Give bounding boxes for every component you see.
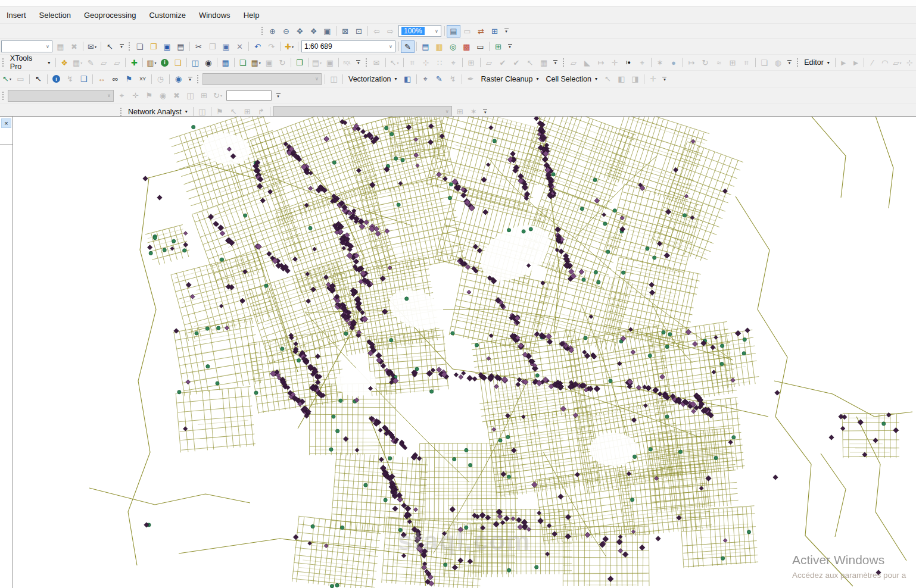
cell-selection-menu[interactable]: Cell Selection▾ (542, 74, 600, 85)
toolbar-grip[interactable] (2, 58, 4, 67)
zoom-100-percent-button[interactable]: ▣ (320, 25, 334, 37)
redo-button[interactable]: ↷ (264, 40, 278, 53)
toolbar-overflow[interactable]: ▾ (506, 40, 513, 52)
menu-insert[interactable]: Insert (0, 8, 33, 22)
create-polygon-button[interactable]: ▱▾ (891, 57, 903, 69)
image-window-button[interactable]: ◫ (327, 73, 341, 85)
measure-button[interactable]: ↔ (95, 73, 108, 85)
xt-reshape-button[interactable]: ▱ (97, 57, 110, 69)
rotate-tool-dropdown[interactable]: ▾ (220, 93, 222, 98)
map-canvas[interactable] (13, 117, 916, 588)
ae-union-button[interactable]: ❏ (758, 57, 771, 69)
ae-rotate-button[interactable]: ↻ (699, 57, 712, 69)
toolbar-grip[interactable] (2, 91, 4, 101)
data-driven-pages-button[interactable]: ⊞ (488, 25, 501, 37)
open-document-button[interactable]: ❐ (147, 40, 160, 53)
toolbar-overflow[interactable]: ▾ (186, 73, 194, 85)
xt-save-edits-button[interactable]: ▣ (263, 57, 276, 69)
panel-close-button[interactable]: × (1, 118, 11, 128)
related-tables-button[interactable]: ▦ (54, 40, 67, 53)
xt-sql-button[interactable]: SQL (341, 57, 354, 69)
xt-note-button[interactable]: ❑ (172, 57, 185, 69)
editor-toolbar-toggle-button[interactable]: ✎ (401, 40, 415, 53)
xt-reshape-alt-button[interactable]: ▱ (110, 57, 123, 69)
toolbar-overflow[interactable]: ▾ (118, 40, 125, 52)
raster-snapping-button[interactable]: ◧ (401, 73, 415, 85)
topology-trace-button[interactable]: ⌖ (447, 57, 460, 69)
xt-add-shape-button[interactable]: ❖ (58, 57, 71, 69)
new-document-button[interactable]: ❏ (133, 40, 147, 53)
toolbar-overflow[interactable]: ▾ (786, 57, 793, 68)
xt-layer-operations-button[interactable]: ❏ (236, 57, 250, 69)
raster-cleanup-menu[interactable]: Raster Cleanup▾ (478, 74, 543, 85)
rotate-tool-button[interactable]: ↻▾ (211, 89, 225, 102)
create-arc-button[interactable]: ◠ (878, 57, 891, 69)
ae-rectangle-button[interactable]: ▱ (567, 57, 581, 69)
graphics-combo[interactable]: ∨ (1, 40, 52, 52)
arctoolbox-window-button[interactable]: ▩ (460, 40, 473, 53)
xt-layer-stack-button[interactable]: ▤▾ (310, 57, 323, 69)
xt-search-button[interactable]: ◉ (202, 57, 215, 69)
vectorization-menu[interactable]: Vectorization▾ (345, 74, 401, 85)
ae-intersect-button[interactable]: ⌖ (635, 57, 649, 69)
xt-table-operations-dropdown[interactable]: ▾ (80, 61, 82, 65)
xtools-pro-menu[interactable]: XTools Pro▾ (7, 53, 54, 72)
search-window-button[interactable]: ◎ (446, 40, 460, 53)
vectorization-trace-button[interactable]: ✎ (432, 73, 446, 85)
xt-refresh-button[interactable]: ↻ (276, 57, 289, 69)
add-cells-button[interactable]: ◧ (615, 73, 628, 85)
edit-tool-button[interactable]: ► (837, 57, 850, 69)
snapping-button[interactable]: ⊹ (903, 57, 916, 69)
add-data-button[interactable]: ✚▾ (282, 40, 296, 53)
html-popup-button[interactable]: ❑ (77, 73, 91, 85)
python-window-button[interactable]: ▭ (473, 40, 487, 53)
pan-page-button[interactable]: ✥ (293, 25, 307, 37)
cursor-badge-button[interactable]: ↖ (524, 57, 537, 69)
ae-hatch-button[interactable]: ⌗ (740, 57, 753, 69)
cut-button[interactable]: ✂ (192, 40, 205, 53)
trace-between-points-button[interactable]: ⌖ (419, 73, 432, 85)
create-line-button[interactable]: ∕ (866, 57, 878, 69)
remove-cells-button[interactable]: ◨ (628, 73, 642, 85)
raster-pin-button[interactable]: ✒ (464, 73, 478, 85)
mail-document-button[interactable]: ✉▾ (85, 40, 99, 53)
toc-collapsed-panel[interactable] (0, 117, 13, 588)
package-mail-button[interactable]: ✉ (370, 57, 384, 69)
remove-join-button[interactable]: ✖ (67, 40, 81, 53)
ae-smooth-button[interactable]: ≈ (712, 57, 726, 69)
toolbar-overflow[interactable]: ▾ (275, 90, 282, 102)
select-features-button[interactable]: ↖▾ (0, 73, 14, 85)
toolbar-overflow[interactable]: ▾ (552, 57, 559, 68)
xt-clipboard-button[interactable]: ▣ (323, 57, 337, 69)
zoom-in-page-button[interactable]: ⊕ (266, 25, 279, 37)
validate-features-button[interactable]: ✔ (496, 57, 510, 69)
add-location-button[interactable]: ✛ (129, 89, 142, 102)
flag-location-button[interactable]: ⚑ (142, 89, 156, 102)
zoom-location-button[interactable]: ◉ (156, 89, 170, 102)
xt-layer-stack-dropdown[interactable]: ▾ (320, 61, 322, 65)
find-route-button[interactable]: ⚑ (122, 73, 136, 85)
xt-edit-shape-button[interactable]: ✎ (84, 57, 97, 69)
toolbar-grip[interactable] (796, 58, 799, 67)
xt-attribute-table-button[interactable]: ▦ (219, 57, 232, 69)
copy-button[interactable]: ❐ (205, 40, 219, 53)
select-connected-cells-button[interactable]: ↖ (601, 73, 615, 85)
map-scale-combo[interactable]: 1:60 689∨ (301, 40, 395, 52)
zoom-whole-page-button[interactable]: ❖ (307, 25, 320, 37)
go-forward-extent-button[interactable]: ⇨ (384, 25, 397, 37)
ae-triangle-button[interactable]: ◣ (581, 57, 594, 69)
select-elements-button[interactable]: ↖ (32, 73, 45, 85)
create-polygon-dropdown[interactable]: ▾ (899, 61, 901, 65)
cell-crosshair-button[interactable]: ✛ (646, 73, 660, 85)
toolbar-grip[interactable] (365, 58, 367, 67)
toolbar-grip[interactable] (562, 58, 565, 67)
menu-geoprocessing[interactable]: Geoprocessing (77, 8, 142, 22)
xt-identify-button[interactable]: i (158, 57, 171, 69)
menu-windows[interactable]: Windows (192, 8, 237, 22)
validate-selection-button[interactable]: ✔ (510, 57, 524, 69)
location-search-input[interactable] (226, 90, 272, 101)
xt-table-operations-button[interactable]: ▦▾ (71, 57, 84, 69)
toolbar-grip[interactable] (261, 26, 263, 36)
toolbar-overflow[interactable]: ▾ (355, 57, 362, 68)
mail-document-dropdown[interactable]: ▾ (95, 45, 96, 49)
